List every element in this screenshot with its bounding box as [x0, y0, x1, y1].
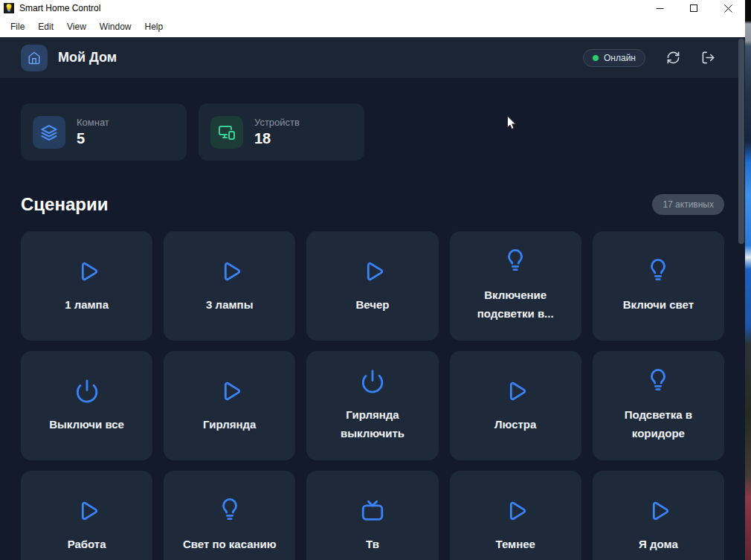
status-label: Онлайн [604, 53, 636, 63]
lightbulb-icon [645, 259, 671, 284]
menu-item-edit[interactable]: Edit [31, 16, 60, 37]
play-icon [74, 259, 100, 284]
scenario-label: Подсветка в коридоре [602, 405, 715, 442]
scenario-card[interactable]: Выключи все [21, 351, 152, 460]
scenario-card[interactable]: Работа [21, 471, 152, 560]
scenario-card[interactable]: Люстра [450, 351, 581, 460]
stat-value: 18 [254, 130, 300, 147]
scenario-card[interactable]: Гирлянда выключить [306, 351, 438, 460]
scenarios-section-header: Сценарии 17 активных [21, 194, 724, 215]
close-icon [724, 4, 732, 13]
scenario-label: Свет по касанию [183, 535, 277, 553]
header-actions: Онлайн [583, 49, 715, 67]
play-icon [74, 498, 100, 524]
scenario-card[interactable]: Свет по касанию [164, 471, 295, 560]
power-icon [360, 369, 385, 394]
menu-item-window[interactable]: Window [93, 16, 138, 37]
online-dot-icon [593, 55, 599, 61]
minimize-icon [656, 4, 664, 13]
scenario-grid: 1 лампа 3 лампы Вечер Включение подсветк… [21, 231, 724, 560]
scenario-label: Темнее [495, 535, 535, 553]
home-button[interactable] [21, 45, 48, 71]
minimize-button[interactable] [642, 0, 677, 16]
menu-item-help[interactable]: Help [138, 16, 170, 37]
play-icon [360, 259, 385, 284]
stat-label: Комнат [77, 117, 109, 128]
scenario-card[interactable]: 1 лампа [21, 231, 152, 341]
stats-row: Комнат 5 Устройств 18 [21, 103, 724, 161]
tv-icon [360, 498, 385, 524]
main-area: Комнат 5 Устройств 18 Сценарии 17 активн… [0, 103, 745, 560]
scenario-card[interactable]: Темнее [450, 471, 581, 560]
scenario-card[interactable]: Тв [306, 471, 438, 560]
scenario-label: Включи свет [623, 295, 694, 314]
screen: 💡 Smart Home Control File Edit View Wind… [0, 0, 751, 560]
scenario-label: Тв [366, 535, 379, 553]
stat-card: Комнат 5 [21, 103, 187, 161]
mouse-cursor [506, 115, 518, 132]
play-icon [645, 498, 671, 524]
app-content: Мой Дом Онлайн Комнат [0, 37, 745, 560]
scenario-label: Работа [68, 535, 106, 553]
scenario-label: 1 лампа [65, 295, 109, 314]
window-controls [642, 0, 745, 16]
logout-icon [701, 51, 715, 65]
scenario-card[interactable]: Включение подсветки в... [450, 231, 581, 341]
scenario-label: Выключи все [49, 415, 124, 434]
title-bar: 💡 Smart Home Control [0, 0, 745, 16]
play-icon [503, 498, 528, 524]
window-title: Smart Home Control [19, 3, 100, 13]
menu-item-file[interactable]: File [4, 16, 31, 37]
close-button[interactable] [711, 0, 745, 16]
status-badge: Онлайн [583, 49, 645, 67]
logout-button[interactable] [701, 51, 715, 65]
stat-value: 5 [77, 130, 109, 147]
scenario-card[interactable]: Включи свет [593, 231, 724, 341]
section-title: Сценарии [21, 194, 108, 215]
maximize-button[interactable] [677, 0, 711, 16]
app-lightbulb-icon: 💡 [4, 3, 14, 13]
scenario-label: 3 лампы [206, 295, 253, 314]
scenario-card[interactable]: Подсветка в коридоре [593, 351, 724, 460]
devices-icon [210, 116, 243, 149]
menu-bar: File Edit View Window Help [0, 16, 745, 37]
refresh-button[interactable] [666, 51, 680, 65]
home-icon [28, 51, 41, 65]
lightbulb-icon [503, 249, 528, 274]
stat-card: Устройств 18 [199, 103, 364, 161]
layers-icon [33, 116, 65, 149]
stat-label: Устройств [254, 117, 300, 128]
play-icon [217, 259, 242, 284]
scenario-label: Я дома [639, 535, 678, 553]
power-icon [74, 379, 100, 404]
scenario-label: Гирлянда выключить [315, 405, 429, 442]
app-header: Мой Дом Онлайн [0, 37, 745, 78]
scrollbar-thumb[interactable] [738, 39, 744, 244]
scenario-label: Люстра [494, 415, 536, 434]
lightbulb-icon [217, 498, 242, 524]
scenario-card[interactable]: Вечер [306, 231, 438, 341]
lightbulb-icon [645, 369, 671, 394]
scenario-card[interactable]: Я дома [593, 471, 724, 560]
desktop-background-sliver [745, 0, 751, 560]
maximize-icon [690, 4, 697, 12]
scenario-label: Гирлянда [203, 415, 256, 434]
play-icon [503, 379, 528, 404]
scenario-label: Включение подсветки в... [459, 286, 573, 323]
page-title: Мой Дом [58, 50, 117, 65]
active-count-badge: 17 активных [652, 194, 724, 215]
scenario-label: Вечер [355, 295, 389, 314]
scenario-card[interactable]: Гирлянда [164, 351, 295, 460]
menu-item-view[interactable]: View [60, 16, 93, 37]
refresh-icon [666, 51, 680, 65]
play-icon [217, 379, 242, 404]
app-window: 💡 Smart Home Control File Edit View Wind… [0, 0, 745, 560]
scenario-card[interactable]: 3 лампы [164, 231, 295, 341]
